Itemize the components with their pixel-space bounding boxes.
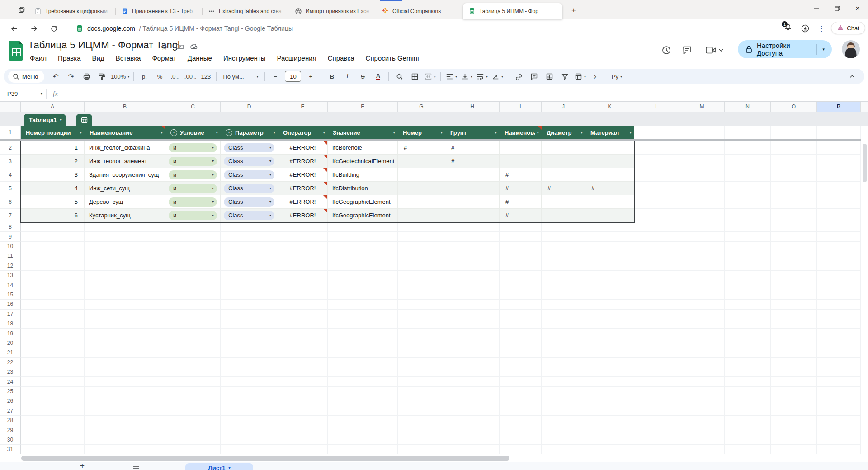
spreadsheet-cell[interactable]	[85, 396, 165, 406]
spreadsheet-cell[interactable]	[679, 182, 725, 195]
column-header-L[interactable]: L	[634, 102, 679, 112]
spreadsheet-cell[interactable]	[771, 396, 817, 406]
vertical-align-button[interactable]: ▾	[459, 70, 474, 82]
spreadsheet-cell[interactable]	[634, 387, 679, 396]
column-menu-icon[interactable]: ▾	[160, 130, 163, 135]
spreadsheet-cell[interactable]	[21, 425, 85, 435]
column-header-O[interactable]: O	[771, 102, 817, 112]
spreadsheet-cell[interactable]	[221, 358, 278, 367]
row-number-cell[interactable]: 31	[0, 445, 21, 454]
spreadsheet-cell[interactable]	[398, 232, 445, 241]
spreadsheet-cell[interactable]	[771, 261, 817, 271]
column-menu-icon[interactable]: ▾	[580, 130, 583, 135]
spreadsheet-cell[interactable]: 1	[21, 141, 85, 155]
spreadsheet-cell[interactable]	[725, 290, 771, 300]
spreadsheet-cell[interactable]	[398, 242, 445, 251]
row-number-cell[interactable]: 18	[0, 319, 21, 329]
forward-icon[interactable]	[28, 23, 40, 34]
spreadsheet-cell[interactable]	[634, 319, 679, 329]
spreadsheet-cell[interactable]	[725, 141, 771, 155]
bold-button[interactable]: B	[324, 70, 340, 82]
dropdown-chip[interactable]: Class▾	[224, 197, 274, 207]
spreadsheet-cell[interactable]	[679, 445, 725, 454]
spreadsheet-cell[interactable]	[725, 310, 771, 319]
table-header-cell[interactable]: Значение▾	[328, 126, 398, 139]
spreadsheet-cell[interactable]	[725, 329, 771, 338]
spreadsheet-cell[interactable]	[634, 222, 679, 232]
name-box-dropdown-icon[interactable]: ▾	[41, 92, 42, 96]
spreadsheet-cell[interactable]	[85, 445, 165, 454]
spreadsheet-cell[interactable]	[771, 232, 817, 241]
spreadsheet-cell[interactable]	[500, 348, 542, 357]
row-number-cell[interactable]: 29	[0, 425, 21, 435]
spreadsheet-cell[interactable]	[634, 261, 679, 271]
spreadsheet-cell[interactable]	[585, 209, 634, 222]
spreadsheet-cell[interactable]	[634, 300, 679, 309]
spreadsheet-cell[interactable]: Здания_сооружения_сущ	[85, 168, 165, 182]
insert-comment-button[interactable]	[526, 70, 542, 82]
zoom-select[interactable]: 100%▾	[109, 70, 131, 82]
spreadsheet-cell[interactable]	[817, 348, 861, 357]
row-number-cell[interactable]: 27	[0, 406, 21, 416]
menu-item-правка[interactable]: Правка	[56, 53, 83, 63]
spreadsheet-cell[interactable]: IfcBorehole	[328, 141, 398, 155]
share-dropdown-icon[interactable]: ▾	[820, 47, 827, 52]
spreadsheet-cell[interactable]	[278, 310, 328, 319]
column-menu-icon[interactable]: ▾	[216, 130, 218, 135]
row-number-cell[interactable]: 25	[0, 387, 21, 396]
spreadsheet-cell[interactable]	[585, 416, 634, 425]
spreadsheet-cell[interactable]	[165, 338, 221, 348]
spreadsheet-cell[interactable]	[634, 182, 679, 195]
spreadsheet-cell[interactable]	[725, 168, 771, 182]
spreadsheet-cell[interactable]	[445, 271, 500, 280]
spreadsheet-cell[interactable]	[21, 377, 85, 386]
spreadsheet-cell[interactable]	[771, 126, 817, 139]
spreadsheet-cell[interactable]	[771, 209, 817, 222]
browser-tab[interactable]: Импорт привязок из Exce	[289, 3, 376, 19]
window-minimize-button[interactable]	[806, 0, 827, 17]
spreadsheet-cell[interactable]	[542, 338, 585, 348]
move-folder-icon[interactable]	[175, 42, 184, 50]
spreadsheet-cell[interactable]	[398, 280, 445, 290]
column-header-C[interactable]: C	[165, 102, 221, 112]
spreadsheet-cell[interactable]	[542, 406, 585, 416]
italic-button[interactable]: I	[340, 70, 355, 82]
spreadsheet-cell[interactable]	[585, 406, 634, 416]
spreadsheet-cell[interactable]	[398, 445, 445, 454]
spreadsheet-cell[interactable]	[21, 232, 85, 241]
spreadsheet-cell[interactable]	[585, 435, 634, 445]
document-title[interactable]: Таблица 5 ИЦММ - Формат Tangl	[28, 39, 180, 51]
functions-button[interactable]: Σ	[588, 70, 603, 82]
spreadsheet-cell[interactable]	[634, 329, 679, 338]
spreadsheet-cell[interactable]: и▾	[165, 141, 221, 155]
spreadsheet-cell[interactable]	[725, 425, 771, 435]
spreadsheet-cell[interactable]	[725, 445, 771, 454]
table-header-cell[interactable]: ▾Параметр▾	[221, 126, 278, 139]
spreadsheet-cell[interactable]	[445, 195, 500, 209]
column-header-N[interactable]: N	[725, 102, 771, 112]
spreadsheet-cell[interactable]	[165, 261, 221, 271]
row-number-cell[interactable]: 4	[0, 168, 21, 182]
spreadsheet-cell[interactable]	[165, 358, 221, 367]
spreadsheet-cell[interactable]	[500, 232, 542, 241]
spreadsheet-cell[interactable]	[398, 290, 445, 300]
spreadsheet-cell[interactable]	[85, 416, 165, 425]
spreadsheet-cell[interactable]	[725, 396, 771, 406]
spreadsheet-cell[interactable]	[21, 242, 85, 251]
spreadsheet-cell[interactable]	[679, 338, 725, 348]
spreadsheet-cell[interactable]	[771, 387, 817, 396]
spreadsheet-cell[interactable]	[817, 425, 861, 435]
spreadsheet-cell[interactable]	[21, 310, 85, 319]
spreadsheet-cell[interactable]	[817, 377, 861, 386]
spreadsheet-cell[interactable]	[725, 348, 771, 357]
toolbar-search-button[interactable]: Меню	[8, 70, 44, 83]
spreadsheet-cell[interactable]	[585, 290, 634, 300]
spreadsheet-cell[interactable]	[328, 377, 398, 386]
spreadsheet-cell[interactable]	[500, 300, 542, 309]
spreadsheet-cell[interactable]	[771, 416, 817, 425]
spreadsheet-cell[interactable]	[21, 290, 85, 300]
spreadsheet-cell[interactable]: и▾	[165, 209, 221, 222]
browser-menu-icon[interactable]: ⋮	[816, 23, 827, 34]
spreadsheet-cell[interactable]	[585, 251, 634, 261]
spreadsheet-cell[interactable]	[221, 310, 278, 319]
